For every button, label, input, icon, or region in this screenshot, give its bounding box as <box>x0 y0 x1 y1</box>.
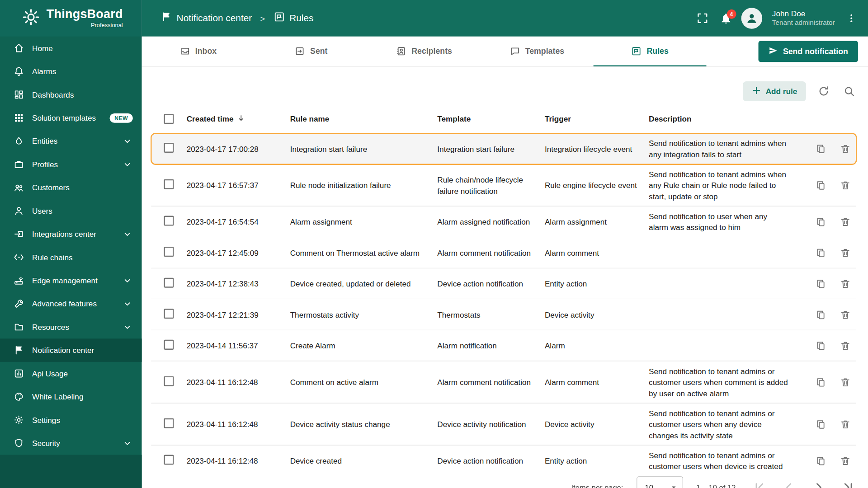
dashboards-icon <box>13 89 24 100</box>
previous-page-button[interactable] <box>781 480 797 488</box>
copy-button[interactable] <box>814 277 827 290</box>
chevron-down-icon <box>122 321 132 332</box>
breadcrumb-rules[interactable]: Rules <box>274 11 314 25</box>
copy-button[interactable] <box>814 246 827 259</box>
sidebar-item-home[interactable]: Home <box>0 37 142 60</box>
page-range-label: 1 – 10 of 12 <box>696 483 736 488</box>
sidebar-item-security[interactable]: Security <box>0 432 142 455</box>
cell-rule-name: Alarm assignment <box>290 212 438 232</box>
row-checkbox[interactable] <box>164 309 174 319</box>
delete-button[interactable] <box>839 246 852 259</box>
copy-button[interactable] <box>814 142 827 155</box>
tab-templates[interactable]: Templates <box>481 37 594 66</box>
sidebar-item-rule-chains[interactable]: Rule chains <box>0 246 142 269</box>
fullscreen-button[interactable] <box>694 10 711 27</box>
table-row[interactable]: 2023-04-11 16:12:48 Comment on active al… <box>151 361 856 404</box>
rules-flag-icon <box>274 11 285 25</box>
row-checkbox[interactable] <box>164 216 174 225</box>
sidebar-item-users[interactable]: Users <box>0 199 142 222</box>
briefcase-icon <box>13 159 24 169</box>
sidebar-item-notification-center[interactable]: Notification center <box>0 338 142 361</box>
cell-trigger: Device activity <box>545 305 649 325</box>
sidebar-item-resources[interactable]: Resources <box>0 315 142 338</box>
last-page-button[interactable] <box>841 480 856 488</box>
column-trigger[interactable]: Trigger <box>545 114 649 123</box>
table-row[interactable]: 2023-04-14 11:56:37 Create Alarm Alarm n… <box>151 330 856 361</box>
sidebar-item-solution-templates[interactable]: Solution templates NEW <box>0 106 142 129</box>
sidebar-item-white-labeling[interactable]: White Labeling <box>0 385 142 408</box>
row-checkbox[interactable] <box>164 339 174 349</box>
sidebar-item-alarms[interactable]: Alarms <box>0 60 142 83</box>
row-checkbox[interactable] <box>164 277 174 287</box>
cell-rule-name: Integration start failure <box>290 139 438 159</box>
sidebar-item-entities[interactable]: Entities <box>0 130 142 153</box>
column-description[interactable]: Description <box>649 114 797 123</box>
table-row[interactable]: 2023-04-17 17:00:28 Integration start fa… <box>151 133 856 164</box>
send-notification-button[interactable]: Send notification <box>759 41 858 62</box>
chevron-down-icon <box>122 438 132 449</box>
row-checkbox[interactable] <box>164 142 174 152</box>
column-created-time[interactable]: Created time <box>187 114 290 124</box>
kebab-menu-icon[interactable] <box>844 10 859 26</box>
sidebar-item-settings[interactable]: Settings <box>0 408 142 432</box>
home-icon <box>13 42 24 53</box>
cell-description: Send notification to tenant admins when … <box>649 133 797 164</box>
delete-button[interactable] <box>839 418 852 431</box>
cell-template: Alarm comment notification <box>437 372 545 392</box>
table-row[interactable]: 2023-04-17 16:57:37 Rule node initializa… <box>151 164 856 206</box>
column-template[interactable]: Template <box>437 114 545 123</box>
table-row[interactable]: 2023-04-17 12:45:09 Comment on Thermosta… <box>151 237 856 268</box>
copy-button[interactable] <box>814 454 827 467</box>
tab-inbox[interactable]: Inbox <box>142 37 255 66</box>
row-checkbox[interactable] <box>164 179 174 189</box>
tab-rules[interactable]: Rules <box>594 37 707 66</box>
avatar[interactable] <box>741 8 762 29</box>
notifications-bell[interactable]: 4 <box>720 12 732 24</box>
delete-button[interactable] <box>839 142 852 155</box>
table-row[interactable]: 2023-04-11 16:12:48 Device created Devic… <box>151 446 856 477</box>
table-row[interactable]: 2023-04-17 12:38:43 Device created, upda… <box>151 268 856 300</box>
copy-button[interactable] <box>814 375 827 389</box>
copy-button[interactable] <box>814 418 827 431</box>
sidebar-item-profiles[interactable]: Profiles <box>0 153 142 176</box>
breadcrumb-notification-center[interactable]: Notification center <box>160 11 252 25</box>
delete-button[interactable] <box>839 375 852 389</box>
sidebar-item-edge-management[interactable]: Edge management <box>0 269 142 292</box>
delete-button[interactable] <box>839 215 852 228</box>
chevron-down-icon <box>122 229 132 239</box>
copy-button[interactable] <box>814 308 827 321</box>
delete-button[interactable] <box>839 308 852 321</box>
entities-icon <box>13 136 24 146</box>
copy-button[interactable] <box>814 215 827 228</box>
table-row[interactable]: 2023-04-17 16:54:54 Alarm assignment Ala… <box>151 206 856 238</box>
delete-button[interactable] <box>839 179 852 192</box>
add-rule-button[interactable]: Add rule <box>743 81 806 101</box>
first-page-button[interactable] <box>751 480 767 488</box>
select-all-checkbox[interactable] <box>164 114 174 124</box>
sidebar-item-integrations-center[interactable]: Integrations center <box>0 222 142 245</box>
delete-button[interactable] <box>839 454 852 467</box>
delete-button[interactable] <box>839 277 852 290</box>
table-row[interactable]: 2023-04-17 12:21:39 Thermostats activity… <box>151 299 856 330</box>
next-page-button[interactable] <box>811 480 826 488</box>
row-checkbox[interactable] <box>164 418 174 428</box>
row-checkbox[interactable] <box>164 455 174 465</box>
tab-recipients[interactable]: Recipients <box>368 37 481 66</box>
sidebar-item-api-usage[interactable]: Api Usage <box>0 362 142 385</box>
table-row[interactable]: 2023-04-11 16:12:48 Device activity stat… <box>151 404 856 446</box>
row-checkbox[interactable] <box>164 247 174 257</box>
refresh-button[interactable] <box>813 80 835 103</box>
tab-sent[interactable]: Sent <box>255 37 368 66</box>
items-per-page-select[interactable]: 10 <box>637 476 683 488</box>
sidebar-item-advanced-features[interactable]: Advanced features <box>0 292 142 315</box>
column-rule-name[interactable]: Rule name <box>290 114 438 123</box>
copy-button[interactable] <box>814 339 827 352</box>
message-icon <box>509 46 520 56</box>
sidebar-item-customers[interactable]: Customers <box>0 176 142 199</box>
brand-edition: Professional <box>91 22 123 28</box>
search-button[interactable] <box>838 80 860 103</box>
row-checkbox[interactable] <box>164 376 174 386</box>
sidebar-item-dashboards[interactable]: Dashboards <box>0 83 142 106</box>
delete-button[interactable] <box>839 339 852 352</box>
copy-button[interactable] <box>814 179 827 192</box>
